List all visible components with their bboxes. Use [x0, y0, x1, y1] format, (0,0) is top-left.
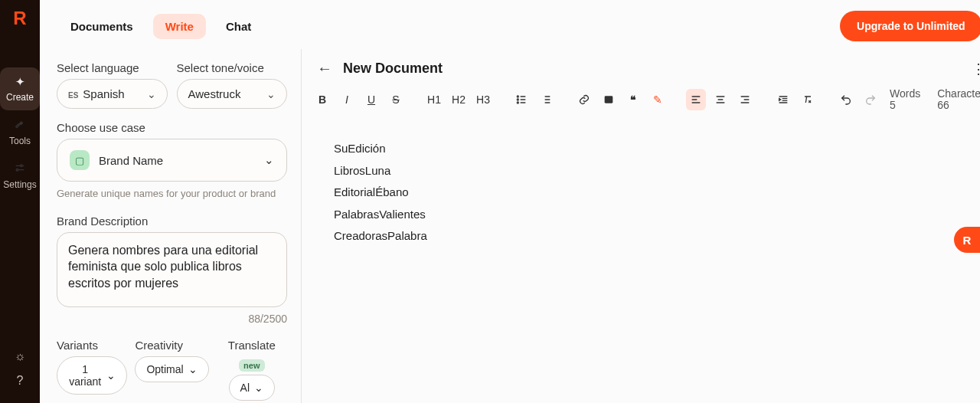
variants-label: Variants — [57, 339, 127, 352]
top-nav: Documents Write Chat Upgrade to Unlimite… — [40, 0, 980, 49]
variants-select[interactable]: 1 variant ⌄ — [57, 356, 127, 395]
tab-write[interactable]: Write — [153, 14, 206, 39]
wrench-icon — [14, 118, 26, 133]
creativity-value: Optimal — [146, 363, 183, 375]
svg-point-4 — [517, 102, 518, 103]
main-area: Documents Write Chat Upgrade to Unlimite… — [40, 0, 980, 403]
language-value: Spanish — [83, 87, 124, 100]
tone-label: Select tone/voice — [177, 61, 288, 74]
chevron-down-icon: ⌄ — [106, 369, 116, 382]
content-line: PalabrasValientes — [334, 204, 969, 226]
numbered-list-button[interactable] — [536, 89, 556, 110]
chevron-down-icon: ⌄ — [188, 363, 198, 375]
sidebar-item-label: Tools — [9, 136, 31, 146]
bold-button[interactable]: B — [312, 89, 332, 110]
language-select[interactable]: ESSpanish ⌄ — [57, 79, 168, 109]
translate-select[interactable]: Al ⌄ — [229, 375, 275, 401]
italic-button[interactable]: I — [337, 89, 357, 110]
align-left-button[interactable] — [686, 89, 706, 110]
clear-format-button[interactable] — [798, 89, 818, 110]
creativity-label: Creativity — [135, 339, 208, 352]
h3-button[interactable]: H3 — [473, 89, 493, 110]
h2-button[interactable]: H2 — [449, 89, 469, 110]
new-badge: new — [239, 359, 264, 372]
document-header: ← New Document ⋮ — [309, 60, 980, 84]
generation-form: Select language ESSpanish ⌄ Select tone/… — [40, 49, 302, 403]
sidebar-item-create[interactable]: ✦ Create — [0, 67, 40, 110]
creativity-select[interactable]: Optimal ⌄ — [135, 356, 208, 382]
redo-button[interactable] — [861, 89, 880, 110]
highlight-button[interactable]: ✎ — [648, 89, 668, 110]
link-button[interactable] — [574, 89, 594, 110]
usecase-help: Generate unique names for your product o… — [57, 188, 287, 201]
sidebar-item-label: Settings — [3, 179, 36, 190]
document-editor: ← New Document ⋮ B I U S H1 H2 H3 ❝ — [302, 49, 980, 403]
quote-button[interactable]: ❝ — [623, 89, 643, 110]
translate-value: Al — [240, 382, 250, 394]
chevron-down-icon: ⌄ — [254, 382, 263, 394]
help-icon[interactable]: ? — [17, 374, 24, 388]
usecase-select[interactable]: ▢ Brand Name ⌄ — [57, 139, 287, 182]
underline-button[interactable]: U — [361, 89, 381, 110]
usecase-value: Brand Name — [99, 154, 255, 167]
sliders-icon — [14, 162, 26, 176]
sidebar-item-label: Create — [6, 92, 34, 103]
language-code: ES — [68, 91, 78, 100]
svg-point-3 — [517, 99, 518, 100]
sparkles-icon: ✦ — [15, 75, 25, 89]
usecase-label: Choose use case — [57, 121, 287, 134]
chevron-down-icon: ⌄ — [266, 88, 276, 100]
align-center-button[interactable] — [710, 89, 730, 110]
variants-value: 1 variant — [68, 363, 102, 388]
align-right-button[interactable] — [735, 89, 755, 110]
theme-icon[interactable]: ☼ — [15, 349, 26, 363]
content-line: EditorialÉbano — [334, 182, 969, 204]
sidebar-item-settings[interactable]: Settings — [0, 154, 40, 198]
content-line: LibrosLuna — [334, 160, 969, 182]
svg-point-0 — [21, 165, 23, 167]
more-menu-icon[interactable]: ⋮ — [972, 61, 980, 77]
strike-button[interactable]: S — [386, 89, 406, 110]
translate-label: Translate — [228, 339, 276, 352]
app-logo[interactable]: R — [13, 8, 26, 29]
upgrade-button[interactable]: Upgrade to Unlimited — [840, 11, 980, 41]
tab-chat[interactable]: Chat — [214, 14, 263, 39]
svg-point-1 — [16, 169, 18, 171]
tone-value: Awestruck — [188, 87, 241, 100]
char-counter: 88/2500 — [57, 313, 287, 325]
word-count: Words 5 — [890, 88, 920, 110]
document-content[interactable]: SuEdición LibrosLuna EditorialÉbano Pala… — [309, 121, 980, 264]
document-title[interactable]: New Document — [343, 61, 443, 77]
description-label: Brand Description — [57, 215, 287, 228]
editor-toolbar: B I U S H1 H2 H3 ❝ ✎ — [309, 84, 980, 121]
svg-rect-5 — [605, 96, 613, 103]
sidebar-item-tools[interactable]: Tools — [0, 110, 40, 154]
app-sidebar: R ✦ Create Tools Settings ☼ ? — [0, 0, 40, 403]
language-label: Select language — [57, 61, 168, 74]
description-input[interactable] — [57, 232, 287, 307]
tone-select[interactable]: Awestruck ⌄ — [177, 79, 288, 109]
content-line: SuEdición — [334, 138, 969, 160]
back-arrow-icon[interactable]: ← — [317, 60, 332, 77]
content-line: CreadorasPalabra — [334, 225, 969, 247]
assistant-fab[interactable]: R — [954, 227, 980, 253]
image-button[interactable] — [599, 89, 619, 110]
chevron-down-icon: ⌄ — [264, 153, 274, 167]
svg-point-2 — [517, 96, 518, 97]
sidebar-footer: ☼ ? — [15, 349, 26, 395]
undo-button[interactable] — [836, 89, 856, 110]
indent-button[interactable] — [773, 89, 793, 110]
chevron-down-icon: ⌄ — [147, 88, 156, 100]
bullet-list-button[interactable] — [511, 89, 531, 110]
tag-icon: ▢ — [70, 150, 90, 170]
tab-documents[interactable]: Documents — [58, 14, 145, 39]
h1-button[interactable]: H1 — [424, 89, 444, 110]
char-count: Characters 66 — [937, 88, 980, 110]
